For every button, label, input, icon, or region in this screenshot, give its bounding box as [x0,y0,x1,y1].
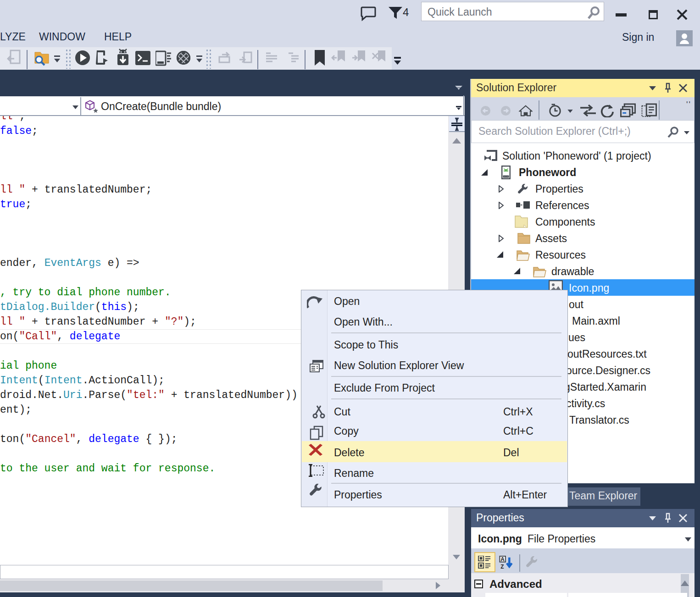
svg-text:A: A [500,556,505,563]
svg-text:Z: Z [500,564,504,570]
